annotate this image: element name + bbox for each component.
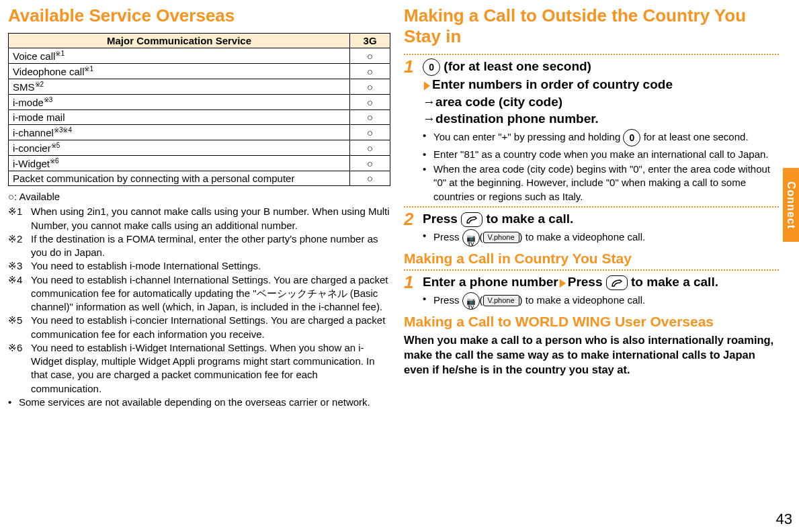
th-3g: 3G [350, 34, 390, 48]
camera-key-icon: 📷TV [462, 292, 480, 310]
step2-notes: • Press 📷TV(V.phone) to make a videophon… [423, 229, 779, 247]
heading-world-wing: Making a Call to WORLD WING User Oversea… [404, 314, 779, 330]
step1-body: 0 (for at least one second) ▶Enter numbe… [423, 58, 779, 128]
extra-note: Some services are not available dependin… [19, 396, 370, 409]
divider [404, 54, 779, 55]
footnote-label: ※3 [8, 259, 27, 273]
footnote-text: You need to establish i-concier Internat… [31, 314, 390, 341]
service-table: Major Communication Service 3G Voice cal… [8, 33, 390, 186]
heading-available-service: Available Service Overseas [8, 5, 390, 26]
footnote: ※3You need to establish i-mode Internati… [8, 259, 390, 273]
camera-key-icon: 📷TV [462, 229, 480, 247]
bullet-icon: • [8, 396, 15, 409]
call-key-icon [461, 212, 482, 227]
footnote: ※1When using 2in1, you cannot make calls… [8, 205, 390, 232]
table-row: Videophone call※1○ [9, 64, 390, 79]
staystep-body: Enter a phone number▶Press to make a cal… [423, 273, 779, 291]
footnote: ※6You need to establish i-Widget Interna… [8, 341, 390, 396]
zero-key-icon: 0 [623, 129, 640, 146]
step-number-1b: 1 [404, 273, 416, 291]
service-cell: Packet communication by connecting with … [9, 171, 350, 186]
footnote-label: ※4 [8, 273, 27, 314]
table-row: i-mode mail○ [9, 110, 390, 125]
table-row: SMS※2○ [9, 79, 390, 95]
table-row: Voice call※1○ [9, 48, 390, 64]
table-row: i-channel※3※4○ [9, 125, 390, 140]
step2-body: Press to make a call. [423, 210, 779, 228]
heading-call-outside: Making a Call to Outside the Country You… [404, 5, 779, 47]
world-wing-paragraph: When you make a call to a person who is … [404, 332, 779, 378]
heading-call-in-country: Making a Call in Country You Stay [404, 251, 779, 267]
table-row: i-concier※5○ [9, 140, 390, 156]
service-cell: Voice call※1 [9, 48, 350, 64]
availability-cell: ○ [350, 110, 390, 125]
availability-cell: ○ [350, 125, 390, 140]
availability-cell: ○ [350, 95, 390, 110]
service-cell: i-channel※3※4 [9, 125, 350, 140]
availability-cell: ○ [350, 64, 390, 79]
footnote-text: You need to establish i-Widget Internati… [31, 341, 390, 396]
footnote-text: If the destination is a FOMA terminal, e… [31, 232, 390, 260]
footnotes: ○: Available ※1When using 2in1, you cann… [8, 190, 390, 409]
footnote: ※2If the destination is a FOMA terminal,… [8, 232, 390, 260]
service-cell: SMS※2 [9, 79, 350, 95]
legend-available: ○: Available [8, 190, 390, 204]
footnote-label: ※1 [8, 205, 27, 232]
table-row: Packet communication by connecting with … [9, 171, 390, 186]
service-cell: i-mode※3 [9, 95, 350, 110]
step-number-2: 2 [404, 210, 416, 228]
triangle-icon: ▶ [424, 78, 429, 93]
staystep-notes: • Press 📷TV(V.phone) to make a videophon… [423, 292, 779, 310]
vphone-label: V.phone [483, 232, 519, 243]
availability-cell: ○ [350, 156, 390, 171]
footnote: ※5You need to establish i-concier Intern… [8, 314, 390, 341]
footnote-text: You need to establish i-channel Internat… [31, 273, 390, 314]
footnote-label: ※2 [8, 232, 27, 260]
service-cell: i-Widget※6 [9, 156, 350, 171]
table-row: i-Widget※6○ [9, 156, 390, 171]
footnote-label: ※5 [8, 314, 27, 341]
service-cell: i-mode mail [9, 110, 350, 125]
footnote-text: You need to establish i-mode Internation… [31, 259, 390, 273]
table-row: i-mode※3○ [9, 95, 390, 110]
service-cell: i-concier※5 [9, 140, 350, 156]
section-tab-connect: Connect [783, 168, 799, 242]
divider [404, 206, 779, 208]
step-number-1: 1 [404, 58, 416, 75]
call-key-icon [606, 275, 628, 290]
step1-notes: • You can enter "+" by pressing and hold… [423, 129, 779, 204]
availability-cell: ○ [350, 140, 390, 156]
footnote: ※4You need to establish i-channel Intern… [8, 273, 390, 314]
page-number: 43 [776, 511, 792, 528]
availability-cell: ○ [350, 48, 390, 64]
vphone-label: V.phone [483, 295, 519, 306]
divider [404, 269, 779, 271]
availability-cell: ○ [350, 171, 390, 186]
triangle-icon: ▶ [560, 275, 565, 290]
th-service: Major Communication Service [9, 34, 350, 48]
availability-cell: ○ [350, 79, 390, 95]
service-cell: Videophone call※1 [9, 64, 350, 79]
footnote-text: When using 2in1, you cannot make calls u… [31, 205, 390, 232]
footnote-label: ※6 [8, 341, 27, 396]
zero-key-icon: 0 [423, 58, 440, 76]
